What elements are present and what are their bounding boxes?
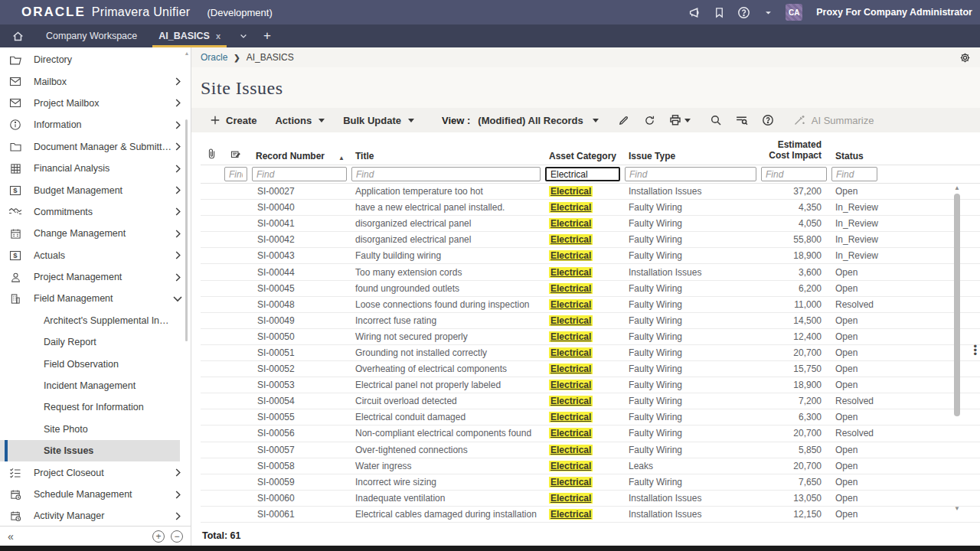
- record-number-cell[interactable]: SI-00027: [250, 186, 349, 197]
- sort-ascending-icon[interactable]: ▲: [338, 155, 345, 161]
- zoom-in-icon[interactable]: +: [152, 530, 165, 543]
- record-edit-column-header[interactable]: [222, 150, 250, 161]
- sidebar-item-change-management[interactable]: Change Management: [0, 223, 191, 244]
- sidebar-item-site-issues[interactable]: Site Issues: [0, 440, 180, 461]
- record-number-cell[interactable]: SI-00040: [250, 202, 349, 213]
- new-tab-button[interactable]: +: [256, 24, 279, 47]
- table-scroll-thumb[interactable]: [954, 194, 960, 416]
- sidebar-item-activity-manager[interactable]: Activity Manager: [0, 505, 191, 526]
- record-number-cell[interactable]: SI-00054: [250, 396, 349, 406]
- filter-asset-category-input[interactable]: [545, 167, 620, 181]
- asset-category-cell[interactable]: Electrical: [543, 428, 622, 439]
- record-number-cell[interactable]: SI-00045: [250, 283, 349, 294]
- table-row[interactable]: SI-00044 Too many extension cords Electr…: [201, 264, 980, 280]
- edit-pencil-icon[interactable]: [612, 110, 635, 130]
- scroll-down-icon[interactable]: ▼: [952, 505, 962, 512]
- sidebar-item-information[interactable]: Information: [0, 114, 191, 135]
- refresh-icon[interactable]: [639, 110, 662, 130]
- title-column-header[interactable]: Title: [349, 151, 543, 161]
- asset-category-cell[interactable]: Electrical: [543, 493, 622, 504]
- asset-category-cell[interactable]: Electrical: [543, 283, 622, 294]
- tab-list-chevron-icon[interactable]: [231, 24, 256, 47]
- record-number-cell[interactable]: SI-00061: [250, 509, 349, 520]
- asset-category-cell[interactable]: Electrical: [543, 396, 622, 406]
- help-circle-icon[interactable]: [756, 110, 779, 130]
- settings-gear-icon[interactable]: [959, 52, 971, 64]
- record-number-cell[interactable]: SI-00053: [250, 380, 349, 390]
- tab-close-icon[interactable]: x: [216, 31, 220, 41]
- view-selector[interactable]: View : (Modified) All Records: [442, 115, 599, 126]
- sidebar-item-field-observation[interactable]: Field Observation: [0, 353, 191, 374]
- issue-type-column-header[interactable]: Issue Type: [622, 151, 759, 161]
- asset-category-cell[interactable]: Electrical: [543, 364, 622, 374]
- table-row[interactable]: SI-00042 disorganized electrical panel E…: [201, 232, 980, 248]
- filter-record-number-input[interactable]: [252, 167, 347, 181]
- table-row[interactable]: SI-00052 Overheating of electrical compo…: [201, 361, 980, 377]
- sidebar-scrollbar[interactable]: ▲: [184, 51, 190, 523]
- sidebar-item-project-management[interactable]: Project Management: [0, 266, 191, 288]
- breadcrumb-root-link[interactable]: Oracle: [201, 52, 227, 63]
- table-row[interactable]: SI-00051 Grounding not installed correct…: [201, 345, 980, 361]
- table-row[interactable]: SI-00045 found ungrounded outlets Electr…: [201, 281, 980, 297]
- table-row[interactable]: SI-00041 disorganized electrical panel E…: [201, 216, 980, 232]
- print-button[interactable]: [665, 110, 695, 130]
- panel-resize-handle[interactable]: •••: [973, 344, 977, 356]
- table-row[interactable]: SI-00058 Water ingress Electrical Leaks …: [201, 458, 980, 474]
- sidebar-item-directory[interactable]: Directory: [0, 49, 191, 70]
- status-column-header[interactable]: Status: [829, 151, 880, 161]
- help-icon[interactable]: [737, 5, 750, 19]
- table-row[interactable]: SI-00049 Incorrect fuse rating Electrica…: [201, 313, 980, 329]
- sidebar-item-architect-s-supplemental-instruc[interactable]: Architect's Supplemental Instruc...: [0, 310, 191, 331]
- table-row[interactable]: SI-00053 Electrical panel not properly l…: [201, 377, 980, 393]
- record-number-cell[interactable]: SI-00041: [250, 218, 349, 229]
- record-number-cell[interactable]: SI-00049: [250, 315, 349, 326]
- tab-ai-basics[interactable]: AI_BASICS x: [148, 24, 231, 47]
- record-number-cell[interactable]: SI-00048: [250, 299, 349, 310]
- asset-category-cell[interactable]: Electrical: [543, 445, 622, 455]
- asset-category-column-header[interactable]: Asset Category: [543, 151, 622, 161]
- table-scrollbar[interactable]: ▲ ▼: [952, 184, 962, 512]
- record-number-cell[interactable]: SI-00050: [250, 331, 349, 342]
- sidebar-item-budget-management[interactable]: $ Budget Management: [0, 179, 191, 201]
- record-number-cell[interactable]: SI-00058: [250, 461, 349, 471]
- sidebar-item-document-manager-submittals[interactable]: Document Manager & Submittals: [0, 136, 191, 158]
- asset-category-cell[interactable]: Electrical: [543, 509, 622, 520]
- table-row[interactable]: SI-00054 Circuit overload detected Elect…: [201, 393, 980, 409]
- record-number-cell[interactable]: SI-00056: [250, 428, 349, 439]
- record-number-column-header[interactable]: Record Number▲: [250, 151, 349, 161]
- record-number-cell[interactable]: SI-00042: [250, 234, 349, 245]
- asset-category-cell[interactable]: Electrical: [543, 218, 622, 229]
- sidebar-item-site-photo[interactable]: Site Photo: [0, 419, 191, 440]
- sidebar-item-schedule-management[interactable]: Schedule Management: [0, 484, 191, 505]
- attachment-column-header[interactable]: [201, 148, 222, 161]
- scroll-up-icon[interactable]: ▲: [952, 184, 962, 191]
- bulk-update-menu-button[interactable]: Bulk Update: [335, 108, 422, 132]
- find-on-page-icon[interactable]: [730, 110, 753, 130]
- table-row[interactable]: SI-00040 have a new electrical panel ins…: [201, 200, 980, 216]
- home-icon[interactable]: [0, 24, 35, 47]
- asset-category-cell[interactable]: Electrical: [543, 380, 622, 390]
- sidebar-item-request-for-information[interactable]: Request for Information: [0, 396, 191, 418]
- filter-icon-input[interactable]: [224, 167, 247, 181]
- asset-category-cell[interactable]: Electrical: [543, 267, 622, 278]
- asset-category-cell[interactable]: Electrical: [543, 186, 622, 197]
- asset-category-cell[interactable]: Electrical: [543, 347, 622, 358]
- filter-title-input[interactable]: [351, 167, 541, 181]
- sidebar-item-commitments[interactable]: Commitments: [0, 201, 191, 223]
- record-number-cell[interactable]: SI-00043: [250, 250, 349, 261]
- bookmark-icon[interactable]: [712, 5, 726, 19]
- table-row[interactable]: SI-00043 Faulty building wiring Electric…: [201, 248, 980, 264]
- table-row[interactable]: SI-00060 Inadequate ventilation Electric…: [201, 491, 980, 507]
- sidebar-item-financial-analysis[interactable]: Financial Analysis: [0, 158, 191, 179]
- asset-category-cell[interactable]: Electrical: [543, 477, 622, 487]
- sidebar-scroll-thumb[interactable]: [185, 119, 188, 341]
- asset-category-cell[interactable]: Electrical: [543, 331, 622, 342]
- record-number-cell[interactable]: SI-00059: [250, 477, 349, 487]
- record-number-cell[interactable]: SI-00060: [250, 493, 349, 504]
- cost-impact-column-header[interactable]: Estimated Cost Impact: [759, 140, 829, 161]
- table-row[interactable]: SI-00056 Non-compliant electrical compon…: [201, 425, 980, 442]
- record-number-cell[interactable]: SI-00052: [250, 364, 349, 374]
- announcements-icon[interactable]: [688, 5, 701, 19]
- record-number-cell[interactable]: SI-00055: [250, 412, 349, 422]
- asset-category-cell[interactable]: Electrical: [543, 299, 622, 310]
